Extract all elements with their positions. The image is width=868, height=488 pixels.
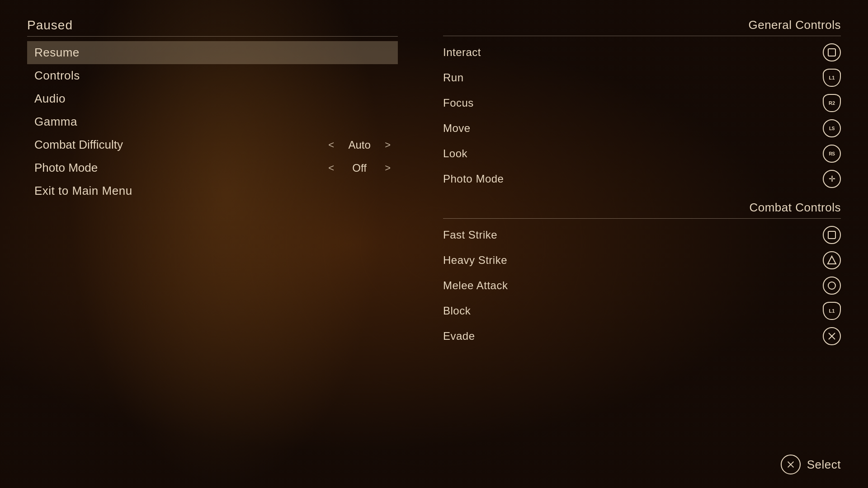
combat-difficulty-value: Auto (341, 139, 377, 151)
focus-icon: R2 (823, 94, 841, 112)
control-block: Block L1 (443, 298, 841, 324)
svg-point-3 (828, 282, 835, 289)
evade-label: Evade (443, 330, 475, 343)
control-run: Run L1 (443, 65, 841, 90)
menu-item-controls[interactable]: Controls (27, 64, 398, 87)
photo-mode-label: Photo Mode (34, 161, 319, 175)
combat-difficulty-label: Combat Difficulty (34, 138, 319, 152)
left-panel: Paused Resume Controls Audio Gamma Comba… (0, 0, 425, 488)
menu-item-resume[interactable]: Resume (27, 41, 398, 64)
combat-difficulty-control: < Auto > (328, 139, 391, 151)
block-icon: L1 (823, 302, 841, 320)
control-move: Move LS (443, 116, 841, 141)
look-label: Look (443, 147, 467, 160)
move-label: Move (443, 122, 471, 135)
interact-icon (823, 43, 841, 61)
general-controls-title: General Controls (748, 18, 841, 32)
fast-strike-label: Fast Strike (443, 229, 497, 241)
svg-rect-0 (828, 49, 835, 56)
menu-item-audio[interactable]: Audio (27, 87, 398, 110)
general-controls-header: General Controls (443, 18, 841, 36)
combat-difficulty-right-arrow[interactable]: > (385, 139, 391, 151)
evade-icon (823, 327, 841, 345)
melee-attack-icon (823, 277, 841, 295)
select-label: Select (807, 458, 841, 472)
general-controls-section: General Controls Interact Run L1 Focus R… (443, 18, 841, 192)
photo-mode-control: < Off > (328, 162, 391, 174)
heavy-strike-label: Heavy Strike (443, 254, 507, 267)
run-icon: L1 (823, 69, 841, 87)
control-interact: Interact (443, 40, 841, 65)
focus-label: Focus (443, 97, 474, 109)
control-photo-mode: Photo Mode ✛ (443, 166, 841, 192)
combat-controls-section: Combat Controls Fast Strike Heavy Strike (443, 201, 841, 349)
run-label: Run (443, 71, 464, 84)
block-label: Block (443, 305, 471, 317)
paused-title: Paused (27, 18, 398, 37)
control-evade: Evade (443, 324, 841, 349)
svg-marker-2 (828, 256, 836, 264)
select-icon (781, 455, 801, 474)
photo-mode-ctrl-label: Photo Mode (443, 173, 504, 185)
menu-item-exit[interactable]: Exit to Main Menu (27, 179, 398, 202)
bottom-bar: Select (781, 455, 841, 474)
combat-difficulty-row: Combat Difficulty < Auto > (27, 133, 398, 156)
combat-controls-header: Combat Controls (443, 201, 841, 219)
interact-label: Interact (443, 46, 481, 59)
photo-mode-row: Photo Mode < Off > (27, 156, 398, 179)
menu-list: Resume Controls Audio Gamma (27, 41, 398, 133)
control-look: Look RS (443, 141, 841, 166)
photo-mode-right-arrow[interactable]: > (385, 162, 391, 174)
right-panel: General Controls Interact Run L1 Focus R… (425, 0, 868, 488)
svg-rect-1 (828, 231, 835, 239)
control-fast-strike: Fast Strike (443, 222, 841, 248)
heavy-strike-icon (823, 251, 841, 269)
photo-mode-value: Off (341, 162, 377, 174)
combat-controls-title: Combat Controls (749, 201, 841, 215)
look-icon: RS (823, 145, 841, 163)
photo-mode-left-arrow[interactable]: < (328, 162, 334, 174)
fast-strike-icon (823, 226, 841, 244)
combat-difficulty-left-arrow[interactable]: < (328, 139, 334, 151)
move-icon: LS (823, 119, 841, 137)
control-melee-attack: Melee Attack (443, 273, 841, 298)
paused-section: Paused (27, 18, 398, 37)
menu-item-gamma[interactable]: Gamma (27, 110, 398, 133)
photo-mode-ctrl-icon: ✛ (823, 170, 841, 188)
control-focus: Focus R2 (443, 90, 841, 116)
control-heavy-strike: Heavy Strike (443, 248, 841, 273)
melee-attack-label: Melee Attack (443, 279, 508, 292)
